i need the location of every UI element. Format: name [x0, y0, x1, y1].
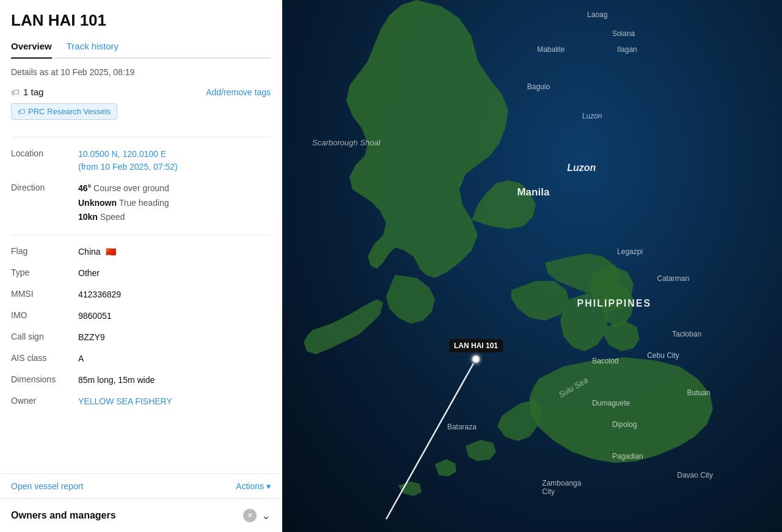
direction-label: Direction	[11, 182, 78, 192]
course-value: 46°	[78, 183, 91, 193]
owners-section: Owners and managers ✕ ⌄	[0, 498, 282, 532]
owners-controls: ✕ ⌄	[243, 509, 271, 522]
tags-label: 🏷 1 tag	[11, 87, 43, 97]
type-value: Other	[78, 267, 100, 280]
map-svg	[282, 0, 782, 532]
open-vessel-report-link[interactable]: Open vessel report	[11, 481, 83, 491]
mmsi-value: 412336829	[78, 288, 121, 301]
scarborough-shoal-label: Scarborough Shoal	[312, 138, 380, 147]
ais-row: AIS class A	[11, 348, 271, 370]
vessel-dot	[472, 355, 480, 363]
owners-close-button[interactable]: ✕	[243, 509, 257, 522]
imo-row: IMO 9860051	[11, 305, 271, 327]
mmsi-row: MMSI 412336829	[11, 284, 271, 305]
callsign-label: Call sign	[11, 331, 78, 341]
tag-badge[interactable]: 🏷 PRC Research Vessels	[11, 103, 117, 120]
add-remove-tags-link[interactable]: Add/remove tags	[206, 87, 271, 97]
vessel-label: LAN HAI 101	[449, 339, 503, 352]
course-label: Course over ground	[93, 183, 169, 193]
tag-badge-name: PRC Research Vessels	[28, 107, 111, 116]
location-value[interactable]: 10.0500 N, 120.0100 E (from 10 Feb 2025,…	[78, 148, 178, 173]
actions-label: Actions	[236, 481, 264, 491]
tag-badge-icon: 🏷	[18, 107, 25, 116]
svg-line-0	[386, 363, 473, 519]
left-panel: LAN HAI 101 Overview Track history Detai…	[0, 0, 282, 532]
imo-label: IMO	[11, 310, 78, 320]
vessel-title: LAN HAI 101	[11, 11, 271, 30]
callsign-value: BZZY9	[78, 331, 105, 344]
flag-value: China 🇨🇳	[78, 246, 116, 258]
info-table: Location 10.0500 N, 120.0100 E (from 10 …	[11, 144, 271, 412]
panel-body: Details as at 10 Feb 2025, 08:19 🏷 1 tag…	[0, 59, 282, 421]
owner-label: Owner	[11, 395, 78, 406]
flag-label: Flag	[11, 246, 78, 256]
owners-expand-icon[interactable]: ⌄	[261, 509, 271, 522]
flag-row: Flag China 🇨🇳	[11, 241, 271, 263]
mmsi-label: MMSI	[11, 288, 78, 299]
tab-overview[interactable]: Overview	[11, 36, 52, 59]
owner-row: Owner YELLOW SEA FISHERY	[11, 391, 271, 412]
chevron-down-icon: ▾	[266, 481, 271, 491]
owners-title: Owners and managers	[11, 510, 116, 521]
tabs-bar: Overview Track history	[11, 36, 271, 59]
flag-emoji: 🇨🇳	[106, 246, 116, 258]
heading-label: True heading	[119, 198, 169, 208]
speed-value: 10kn	[78, 212, 98, 222]
divider-2	[11, 235, 271, 235]
imo-value: 9860051	[78, 310, 112, 322]
location-label: Location	[11, 148, 78, 158]
speed-label: Speed	[100, 212, 125, 222]
main-layout: LAN HAI 101 Overview Track history Detai…	[0, 0, 782, 532]
direction-row: Direction 46° Course over ground Unknown…	[11, 178, 271, 228]
direction-heading: Unknown True heading	[78, 197, 169, 210]
location-row: Location 10.0500 N, 120.0100 E (from 10 …	[11, 144, 271, 178]
details-date: Details as at 10 Feb 2025, 08:19	[11, 67, 271, 77]
tags-row: 🏷 1 tag Add/remove tags	[11, 87, 271, 97]
actions-button[interactable]: Actions ▾	[236, 481, 271, 491]
direction-block: 46° Course over ground Unknown True head…	[78, 182, 169, 224]
tags-count: 1 tag	[23, 87, 43, 97]
heading-value: Unknown	[78, 198, 117, 208]
dimensions-row: Dimensions 85m long, 15m wide	[11, 370, 271, 391]
direction-course: 46° Course over ground	[78, 182, 169, 195]
ais-value: A	[78, 352, 84, 365]
direction-speed: 10kn Speed	[78, 211, 169, 224]
type-row: Type Other	[11, 263, 271, 284]
dimensions-value: 85m long, 15m wide	[78, 374, 155, 387]
type-label: Type	[11, 267, 78, 277]
panel-footer: Open vessel report Actions ▾	[0, 473, 282, 498]
owner-value[interactable]: YELLOW SEA FISHERY	[78, 395, 172, 408]
map-area[interactable]: Laoag Solana Mabalite Ilagan Baguio Luzo…	[282, 0, 782, 532]
callsign-row: Call sign BZZY9	[11, 327, 271, 348]
tab-track-history[interactable]: Track history	[67, 36, 119, 59]
divider-1	[11, 137, 271, 137]
ais-label: AIS class	[11, 352, 78, 363]
dimensions-label: Dimensions	[11, 374, 78, 384]
tag-icon: 🏷	[11, 87, 20, 97]
panel-header: LAN HAI 101 Overview Track history	[0, 0, 282, 59]
vessel-marker[interactable]: LAN HAI 101	[449, 339, 503, 363]
